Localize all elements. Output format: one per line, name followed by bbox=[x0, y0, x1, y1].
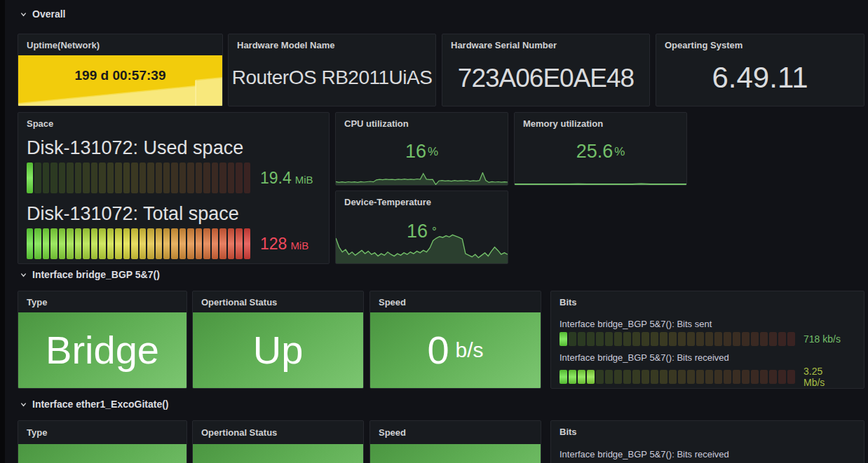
panel-title-bits[interactable]: Bits bbox=[551, 291, 864, 312]
panel-ether1-type: Type bbox=[18, 420, 187, 463]
gauge-cell bbox=[59, 163, 65, 193]
temperature-sparkline bbox=[336, 223, 508, 263]
gauge-cell bbox=[123, 228, 130, 259]
gauge-cell bbox=[605, 332, 613, 346]
gauge-cell bbox=[651, 332, 658, 346]
gauge-cell bbox=[705, 370, 713, 384]
section-header-bridge-bgp[interactable]: Interface bridge_BGP 5&7() bbox=[20, 269, 160, 280]
gauge-cell bbox=[115, 228, 121, 259]
total-space-value: 128MiB bbox=[250, 235, 320, 254]
section-header-overall[interactable]: Overall bbox=[20, 8, 65, 20]
chevron-down-icon bbox=[20, 271, 27, 279]
gauge-cell bbox=[724, 370, 731, 384]
gauge-cell bbox=[196, 163, 202, 193]
gauge-label-bits-sent: Interface bridge_BGP 5&7(): Bits sent bbox=[560, 319, 855, 329]
type-stat-background bbox=[18, 444, 187, 463]
gauge-cell bbox=[244, 228, 250, 259]
gauge-cell bbox=[605, 370, 613, 384]
panel-bridge-bits: Bits Interface bridge_BGP 5&7(): Bits se… bbox=[550, 291, 864, 389]
gauge-cell bbox=[614, 332, 622, 346]
gauge-cell bbox=[171, 228, 177, 259]
gauge-cell bbox=[678, 370, 686, 384]
hardware-serial-value: 723A06E0AE48 bbox=[458, 65, 634, 91]
gauge-cell bbox=[778, 370, 786, 384]
panel-title-hardware-model[interactable]: Hardware Model Name bbox=[229, 34, 435, 55]
panel-title-cpu[interactable]: CPU utilization bbox=[336, 113, 508, 134]
gauge-cell bbox=[769, 370, 777, 384]
gauge-cell bbox=[83, 228, 89, 259]
gauge-cell bbox=[228, 228, 234, 259]
panel-ether1-speed: Speed bbox=[369, 420, 541, 463]
panel-hardware-model: Hardware Model Name RouterOS RB2011UiAS bbox=[228, 34, 436, 106]
panel-title-uptime[interactable]: Uptime(Network) bbox=[18, 34, 222, 55]
operating-system-value: 6.49.11 bbox=[712, 63, 808, 92]
speed-stat-background: 0 b/s bbox=[370, 312, 541, 388]
uptime-stat-background: 199 d 00:57:39 bbox=[18, 55, 222, 106]
speed-unit: b/s bbox=[456, 338, 484, 362]
gauge-cell bbox=[742, 370, 750, 384]
gauge-cell bbox=[724, 332, 731, 346]
gauge-cell bbox=[760, 332, 768, 346]
gauge-cell bbox=[660, 332, 667, 346]
panel-title-hardware-serial[interactable]: Hardware Serial Number bbox=[442, 34, 649, 55]
gauge-cell bbox=[75, 163, 81, 193]
panel-hardware-serial: Hardware Serial Number 723A06E0AE48 bbox=[442, 34, 650, 106]
panel-title-memory[interactable]: Memory utilization bbox=[515, 113, 686, 134]
type-stat-background: Bridge bbox=[18, 312, 187, 388]
gauge-cell bbox=[733, 370, 740, 384]
panel-uptime: Uptime(Network) 199 d 00:57:39 bbox=[18, 34, 223, 106]
memory-sparkline bbox=[515, 178, 686, 185]
chevron-down-icon bbox=[20, 401, 27, 408]
panel-title-bits[interactable]: Bits bbox=[551, 421, 864, 442]
gauge-cell bbox=[596, 370, 604, 384]
gauge-cell bbox=[179, 163, 186, 193]
panel-title-space[interactable]: Space bbox=[18, 113, 329, 134]
bits-received-value: 3.25 Mb/s bbox=[795, 366, 855, 388]
sparkline-svg bbox=[336, 223, 508, 263]
gauge-cell bbox=[212, 228, 218, 259]
panel-title-type[interactable]: Type bbox=[18, 291, 187, 312]
gauge-cell bbox=[115, 163, 121, 193]
panel-title-type[interactable]: Type bbox=[18, 421, 187, 444]
gauge-cell bbox=[236, 163, 242, 193]
used-space-value: 19.4MiB bbox=[250, 169, 320, 188]
gauge-cell bbox=[171, 163, 177, 193]
gauge-cell bbox=[623, 332, 631, 346]
panel-title-speed[interactable]: Speed bbox=[370, 421, 541, 444]
panel-title-temperature[interactable]: Device-Temperature bbox=[336, 191, 508, 212]
gauge-cell bbox=[212, 163, 218, 193]
sparkline-svg bbox=[336, 172, 508, 185]
section-header-ether1[interactable]: Interface ether1_ExcoGitate() bbox=[20, 399, 169, 410]
gauge-cell bbox=[163, 163, 170, 193]
panel-title-status[interactable]: Opertional Status bbox=[193, 421, 363, 444]
gauge-cell bbox=[669, 332, 677, 346]
gauge-cell bbox=[27, 228, 33, 259]
gauge-cell bbox=[687, 370, 695, 384]
gauge-cell bbox=[107, 228, 114, 259]
gauge-cell bbox=[642, 332, 649, 346]
panel-title-speed[interactable]: Speed bbox=[370, 291, 541, 312]
gauge-cell bbox=[34, 228, 41, 259]
panel-memory-utilization: Memory utilization 25.6% bbox=[514, 112, 687, 186]
gauge-cell bbox=[50, 228, 57, 259]
bits-sent-value: 718 kb/s bbox=[795, 333, 855, 345]
gauge-cell bbox=[642, 370, 649, 384]
bar-gauge-bits-received bbox=[560, 370, 795, 384]
gauge-cell bbox=[578, 332, 585, 346]
panel-ether1-status: Opertional Status bbox=[192, 420, 364, 463]
panel-title-status[interactable]: Opertional Status bbox=[193, 291, 363, 312]
status-stat-background: Up bbox=[193, 312, 363, 388]
panel-title-operating-system[interactable]: Opearting System bbox=[656, 34, 864, 55]
panel-space: Space Disk-131072: Used space 19.4MiB Di… bbox=[18, 112, 330, 264]
type-value: Bridge bbox=[46, 331, 159, 370]
gauge-cell bbox=[91, 228, 97, 259]
gauge-cell bbox=[714, 332, 722, 346]
gauge-cell bbox=[696, 332, 704, 346]
gauge-cell bbox=[59, 228, 65, 259]
gauge-cell bbox=[203, 163, 210, 193]
hardware-model-value: RouterOS RB2011UiAS bbox=[232, 68, 433, 88]
status-value: Up bbox=[253, 331, 304, 370]
gauge-cell bbox=[43, 228, 49, 259]
speed-stat-background bbox=[370, 444, 541, 463]
gauge-cell bbox=[560, 370, 567, 384]
